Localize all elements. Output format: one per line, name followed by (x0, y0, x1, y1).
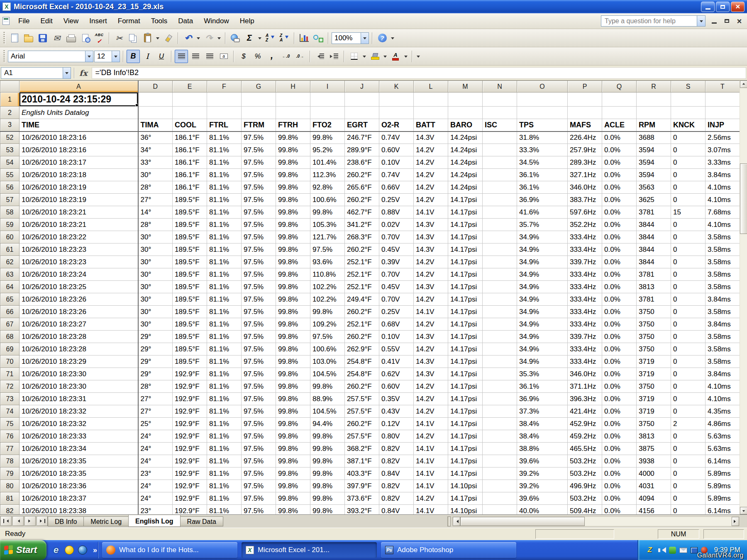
cell-P76[interactable]: 459.2Hz (568, 430, 602, 443)
cell-D72[interactable]: 28° (138, 380, 173, 393)
cell-A53[interactable]: 10/26/2010 18:23:16 (20, 144, 138, 156)
cell-O57[interactable]: 36.9% (517, 194, 568, 206)
cell-M78[interactable]: 14.17psi (448, 455, 483, 467)
cell-S69[interactable]: 0 (671, 343, 706, 355)
cell-Q54[interactable]: 0.0% (602, 156, 637, 169)
row-header-73[interactable]: 73 (0, 393, 20, 405)
cell-E76[interactable]: 192.9°F (173, 430, 207, 443)
cell-N74[interactable] (483, 405, 517, 418)
cell-H62[interactable]: 99.8% (276, 256, 310, 268)
cell-I82[interactable]: 99.8% (310, 505, 345, 515)
paste-dropdown[interactable] (155, 32, 161, 45)
cell-T71[interactable]: 3.84ms (706, 368, 740, 380)
cell-J69[interactable]: 262.9°F (345, 343, 379, 355)
cell-O1[interactable] (517, 93, 568, 107)
cell-L64[interactable]: 14.3V (414, 281, 448, 293)
cell-M77[interactable]: 14.17psi (448, 443, 483, 455)
cell-H75[interactable]: 99.8% (276, 418, 310, 430)
cell-L73[interactable]: 14.2V (414, 393, 448, 405)
cell-M54[interactable]: 14.24psi (448, 156, 483, 169)
cell-F82[interactable]: 81.1% (207, 505, 242, 515)
cell-O59[interactable]: 35.7% (517, 219, 568, 231)
cell-D80[interactable]: 24° (138, 480, 173, 492)
cell-T66[interactable]: 3.58ms (706, 306, 740, 318)
cell-F72[interactable]: 81.1% (207, 380, 242, 393)
cell-T1[interactable] (706, 93, 740, 107)
cell-F68[interactable]: 81.1% (207, 331, 242, 343)
cell-K79[interactable]: 0.84V (379, 467, 414, 480)
cell-S63[interactable]: 0 (671, 268, 706, 281)
cell-G74[interactable]: 97.5% (242, 405, 276, 418)
cell-K53[interactable]: 0.60V (379, 144, 414, 156)
column-header-P[interactable]: P (568, 81, 602, 93)
cell-Q70[interactable]: 0.0% (602, 355, 637, 368)
cell-M56[interactable]: 14.24psi (448, 181, 483, 194)
cell-I52[interactable]: 99.8% (310, 131, 345, 144)
cell-D3[interactable]: TIMA (138, 119, 173, 131)
cell-G73[interactable]: 97.5% (242, 393, 276, 405)
scroll-left-button[interactable] (453, 517, 460, 526)
cell-Q69[interactable]: 0.0% (602, 343, 637, 355)
cell-O66[interactable]: 34.9% (517, 306, 568, 318)
cell-K70[interactable]: 0.41V (379, 355, 414, 368)
cell-Q74[interactable]: 0.0% (602, 405, 637, 418)
cell-I74[interactable]: 104.5% (310, 405, 345, 418)
cell-M81[interactable]: 14.17psi (448, 492, 483, 505)
vertical-scroll-thumb[interactable] (740, 163, 747, 234)
cell-A64[interactable]: 10/26/2010 18:23:25 (20, 281, 138, 293)
cell-G2[interactable] (242, 107, 276, 119)
cell-N59[interactable] (483, 219, 517, 231)
cell-M64[interactable]: 14.17psi (448, 281, 483, 293)
cell-R70[interactable]: 3719 (637, 355, 671, 368)
horizontal-scroll-thumb[interactable] (460, 517, 585, 526)
cell-F78[interactable]: 81.1% (207, 455, 242, 467)
cell-J58[interactable]: 462.7°F (345, 206, 379, 219)
cell-I1[interactable] (310, 93, 345, 107)
cell-K1[interactable] (379, 93, 414, 107)
scroll-right-button[interactable] (732, 517, 739, 526)
cell-J1[interactable] (345, 93, 379, 107)
cell-Q63[interactable]: 0.0% (602, 268, 637, 281)
task-button-browser[interactable]: What do I do if the Hots... (102, 542, 237, 558)
cell-N72[interactable] (483, 380, 517, 393)
cell-G58[interactable]: 97.5% (242, 206, 276, 219)
cell-O58[interactable]: 41.6% (517, 206, 568, 219)
cell-N66[interactable] (483, 306, 517, 318)
cell-N76[interactable] (483, 430, 517, 443)
cell-L79[interactable]: 14.1V (414, 467, 448, 480)
cell-M76[interactable]: 14.17psi (448, 430, 483, 443)
cell-K62[interactable]: 0.39V (379, 256, 414, 268)
cell-E57[interactable]: 189.5°F (173, 194, 207, 206)
cell-N71[interactable] (483, 368, 517, 380)
toolbar-drag-handle[interactable] (3, 32, 5, 44)
cell-J72[interactable]: 260.2°F (345, 380, 379, 393)
cell-R68[interactable]: 3750 (637, 331, 671, 343)
cell-S74[interactable]: 0 (671, 405, 706, 418)
cell-P75[interactable]: 452.9Hz (568, 418, 602, 430)
cell-A1[interactable]: 2010-10-24 23:15:29 (20, 93, 138, 107)
cell-L59[interactable]: 14.3V (414, 219, 448, 231)
cell-K57[interactable]: 0.25V (379, 194, 414, 206)
cell-R66[interactable]: 3750 (637, 306, 671, 318)
cell-F58[interactable]: 81.1% (207, 206, 242, 219)
cell-M53[interactable]: 14.24psi (448, 144, 483, 156)
cell-A73[interactable]: 10/26/2010 18:23:31 (20, 393, 138, 405)
cell-H68[interactable]: 99.8% (276, 331, 310, 343)
open-button[interactable] (22, 32, 35, 45)
cell-O80[interactable]: 39.2% (517, 480, 568, 492)
cell-D54[interactable]: 33° (138, 156, 173, 169)
cell-R65[interactable]: 3781 (637, 293, 671, 306)
sheet-tab-db-info[interactable]: DB Info (48, 516, 84, 526)
print-button[interactable] (64, 32, 78, 45)
cell-T56[interactable]: 4.10ms (706, 181, 740, 194)
column-header-G[interactable]: G (242, 81, 276, 93)
cell-D64[interactable]: 30° (138, 281, 173, 293)
cell-I55[interactable]: 112.3% (310, 169, 345, 181)
quicklaunch-ie-button[interactable] (50, 540, 62, 560)
cell-O81[interactable]: 39.6% (517, 492, 568, 505)
cell-M67[interactable]: 14.17psi (448, 318, 483, 331)
cell-O62[interactable]: 34.9% (517, 256, 568, 268)
cell-R81[interactable]: 4094 (637, 492, 671, 505)
row-header-75[interactable]: 75 (0, 418, 20, 430)
cell-O82[interactable]: 40.0% (517, 505, 568, 515)
